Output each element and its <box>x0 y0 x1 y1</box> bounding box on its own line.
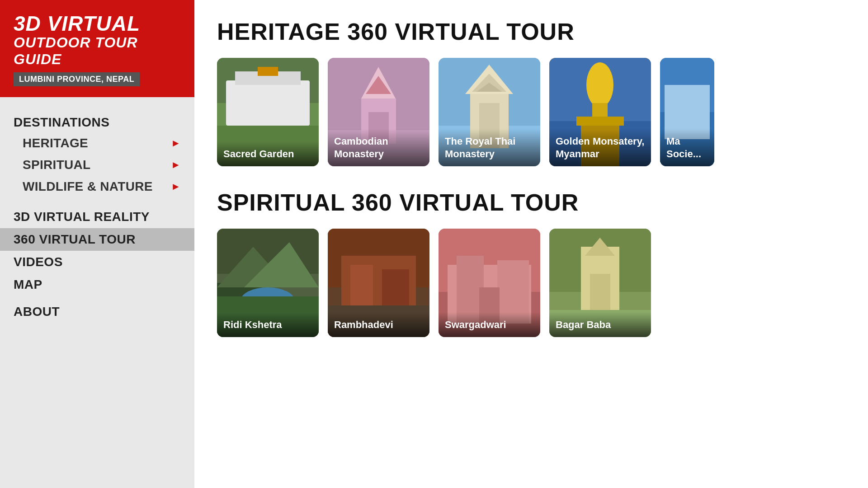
sidebar-item-spiritual[interactable]: SPIRITUAL ► <box>0 154 194 176</box>
nav-spacer <box>0 296 194 300</box>
card-rambhadevi[interactable]: Rambhadevi <box>328 229 429 337</box>
heritage-section: HERITAGE 360 VIRTUAL TOUR Sacred Garden <box>217 18 845 166</box>
destinations-label: DESTINATIONS <box>0 111 194 132</box>
app-title-line2: OUTDOOR TOUR GUIDE <box>14 34 181 68</box>
ma-socie-label: Ma Socie... <box>660 129 714 166</box>
heritage-chevron-icon: ► <box>171 137 181 149</box>
sacred-garden-label: Sacred Garden <box>217 141 319 167</box>
360-label: 360 VIRTUAL TOUR <box>14 232 136 247</box>
sidebar-item-wildlife[interactable]: WILDLIFE & NATURE ► <box>0 176 194 197</box>
location-badge: LUMBINI PROVINCE, NEPAL <box>14 72 140 86</box>
ridi-kshetra-label: Ridi Kshetra <box>217 312 319 338</box>
videos-label: VIDEOS <box>14 255 63 269</box>
card-golden-monsatery[interactable]: Golden Monsatery, Myanmar <box>549 58 651 166</box>
card-royal-thai-monastery[interactable]: The Royal Thai Monastery <box>439 58 540 166</box>
sidebar-item-videos[interactable]: VIDEOS <box>0 251 194 273</box>
card-ma-socie[interactable]: Ma Socie... <box>660 58 714 166</box>
card-ridi-kshetra[interactable]: Ridi Kshetra <box>217 229 319 337</box>
spiritual-section: SPIRITUAL 360 VIRTUAL TOUR <box>217 189 845 337</box>
royal-thai-monastery-label: The Royal Thai Monastery <box>439 129 540 166</box>
heritage-label: HERITAGE <box>23 136 88 150</box>
wildlife-label: WILDLIFE & NATURE <box>23 179 153 194</box>
svg-point-21 <box>586 62 613 108</box>
map-label: MAP <box>14 277 42 292</box>
card-cambodian-monastery[interactable]: Cambodian Monastery <box>328 58 429 166</box>
svg-rect-4 <box>258 67 278 76</box>
sidebar-item-heritage[interactable]: HERITAGE ► <box>0 132 194 154</box>
nav-menu: DESTINATIONS HERITAGE ► SPIRITUAL ► WILD… <box>0 97 194 488</box>
cambodian-monastery-label: Cambodian Monastery <box>328 129 429 166</box>
sidebar-item-vr[interactable]: 3D VIRTUAL REALITY <box>0 206 194 228</box>
app-title-line1: 3D VIRTUAL <box>14 13 181 34</box>
wildlife-chevron-icon: ► <box>171 181 181 192</box>
sidebar: 3D VIRTUAL OUTDOOR TOUR GUIDE LUMBINI PR… <box>0 0 194 488</box>
heritage-section-title: HERITAGE 360 VIRTUAL TOUR <box>217 18 845 45</box>
card-swargadwari[interactable]: Swargadwari <box>439 229 540 337</box>
svg-rect-23 <box>576 117 624 126</box>
spiritual-cards-row: Ridi Kshetra Rambhadevi <box>217 229 845 337</box>
nav-divider <box>0 197 194 206</box>
sidebar-header: 3D VIRTUAL OUTDOOR TOUR GUIDE LUMBINI PR… <box>0 0 194 97</box>
card-bagar-baba[interactable]: Bagar Baba <box>549 229 651 337</box>
about-label: ABOUT <box>14 305 60 319</box>
bagar-baba-label: Bagar Baba <box>549 312 651 338</box>
sidebar-item-360[interactable]: 360 VIRTUAL TOUR <box>0 228 194 251</box>
svg-rect-2 <box>226 80 310 126</box>
golden-monsatery-label: Golden Monsatery, Myanmar <box>549 129 651 166</box>
sidebar-item-map[interactable]: MAP <box>0 273 194 296</box>
heritage-cards-row: Sacred Garden Cambodian Monastery <box>217 58 845 166</box>
swargadwari-label: Swargadwari <box>439 312 540 338</box>
sidebar-item-about[interactable]: ABOUT <box>0 300 194 323</box>
rambhadevi-label: Rambhadevi <box>328 312 429 338</box>
main-content: HERITAGE 360 VIRTUAL TOUR Sacred Garden <box>194 0 868 488</box>
card-sacred-garden[interactable]: Sacred Garden <box>217 58 319 166</box>
spiritual-chevron-icon: ► <box>171 159 181 171</box>
spiritual-section-title: SPIRITUAL 360 VIRTUAL TOUR <box>217 189 845 216</box>
vr-label: 3D VIRTUAL REALITY <box>14 210 150 224</box>
spiritual-label: SPIRITUAL <box>23 158 90 172</box>
